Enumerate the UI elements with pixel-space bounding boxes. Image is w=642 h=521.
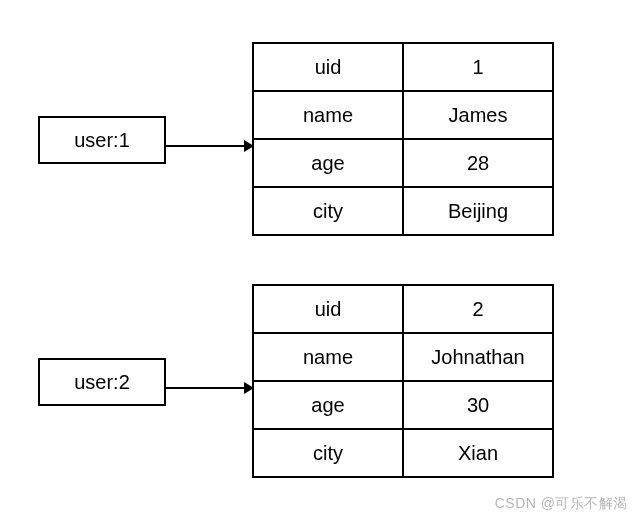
field-value: 2 — [403, 285, 553, 333]
table-row: city Xian — [253, 429, 553, 477]
field-name: age — [253, 381, 403, 429]
field-name: name — [253, 333, 403, 381]
hash-fields-table: uid 1 name James age 28 city Beijing — [252, 42, 554, 236]
arrow-icon — [166, 139, 254, 141]
field-value: 1 — [403, 43, 553, 91]
field-value: 28 — [403, 139, 553, 187]
key-box: user:2 — [38, 358, 166, 406]
table-row: age 30 — [253, 381, 553, 429]
field-value: Johnathan — [403, 333, 553, 381]
arrow-icon — [166, 381, 254, 383]
hash-fields-table: uid 2 name Johnathan age 30 city Xian — [252, 284, 554, 478]
key-box: user:1 — [38, 116, 166, 164]
table-row: uid 2 — [253, 285, 553, 333]
field-value: 30 — [403, 381, 553, 429]
field-name: age — [253, 139, 403, 187]
table-row: age 28 — [253, 139, 553, 187]
table-row: city Beijing — [253, 187, 553, 235]
key-label: user:1 — [74, 129, 130, 152]
field-name: uid — [253, 285, 403, 333]
field-name: name — [253, 91, 403, 139]
field-value: Xian — [403, 429, 553, 477]
field-name: city — [253, 429, 403, 477]
field-value: Beijing — [403, 187, 553, 235]
field-name: city — [253, 187, 403, 235]
key-label: user:2 — [74, 371, 130, 394]
table-row: uid 1 — [253, 43, 553, 91]
field-name: uid — [253, 43, 403, 91]
watermark: CSDN @可乐不解渴 — [495, 495, 628, 513]
table-row: name James — [253, 91, 553, 139]
field-value: James — [403, 91, 553, 139]
table-row: name Johnathan — [253, 333, 553, 381]
